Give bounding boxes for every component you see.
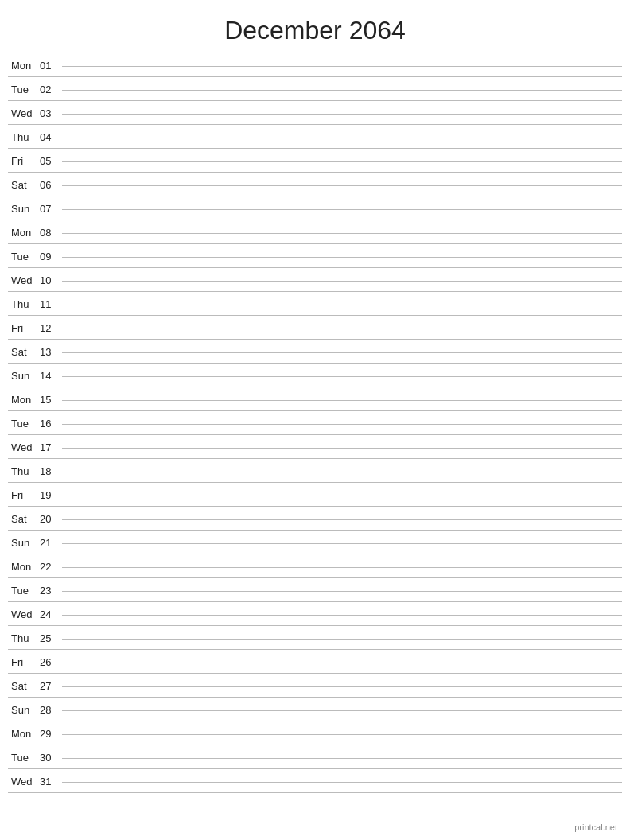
- footer-label: printcal.net: [574, 822, 617, 832]
- day-line: [62, 639, 622, 640]
- table-row: Sun14: [8, 364, 622, 387]
- day-line: [62, 496, 622, 496]
- day-number: 16: [40, 418, 62, 430]
- day-name: Thu: [8, 465, 40, 477]
- day-line: [62, 66, 622, 67]
- day-number: 04: [40, 131, 62, 143]
- day-line: [62, 543, 622, 544]
- day-number: 29: [40, 728, 62, 740]
- day-name: Sun: [8, 537, 40, 549]
- page-title: December 2064: [0, 0, 630, 53]
- table-row: Tue16: [8, 411, 622, 435]
- day-number: 10: [40, 274, 62, 286]
- day-name: Mon: [8, 394, 40, 406]
- table-row: Thu18: [8, 459, 622, 483]
- day-number: 13: [40, 346, 62, 358]
- day-line: [62, 519, 622, 520]
- day-name: Sat: [8, 680, 40, 692]
- day-name: Fri: [8, 656, 40, 668]
- day-name: Tue: [8, 585, 40, 597]
- day-name: Wed: [8, 107, 40, 119]
- day-number: 30: [40, 752, 62, 764]
- day-line: [62, 281, 622, 282]
- table-row: Sat13: [8, 340, 622, 364]
- table-row: Mon22: [8, 554, 622, 578]
- day-name: Tue: [8, 752, 40, 764]
- day-name: Mon: [8, 227, 40, 239]
- day-number: 02: [40, 84, 62, 95]
- day-name: Sat: [8, 179, 40, 191]
- table-row: Tue30: [8, 745, 622, 769]
- day-name: Mon: [8, 728, 40, 740]
- day-name: Sun: [8, 704, 40, 716]
- day-line: [62, 185, 622, 186]
- table-row: Fri12: [8, 316, 622, 340]
- day-line: [62, 663, 622, 663]
- day-line: [62, 686, 622, 687]
- table-row: Wed03: [8, 101, 622, 125]
- day-line: [62, 734, 622, 735]
- day-name: Thu: [8, 298, 40, 310]
- day-line: [62, 424, 622, 425]
- day-number: 09: [40, 251, 62, 262]
- day-number: 15: [40, 394, 62, 406]
- day-line: [62, 782, 622, 783]
- day-name: Fri: [8, 155, 40, 167]
- day-line: [62, 591, 622, 592]
- table-row: Mon15: [8, 387, 622, 411]
- day-name: Thu: [8, 131, 40, 143]
- day-number: 03: [40, 107, 62, 119]
- table-row: Sun28: [8, 698, 622, 721]
- day-line: [62, 90, 622, 91]
- day-line: [62, 329, 622, 329]
- table-row: Fri19: [8, 483, 622, 507]
- day-name: Wed: [8, 776, 40, 788]
- day-name: Fri: [8, 322, 40, 334]
- table-row: Mon29: [8, 721, 622, 745]
- table-row: Sun07: [8, 196, 622, 220]
- day-name: Wed: [8, 609, 40, 620]
- table-row: Fri05: [8, 149, 622, 173]
- day-number: 12: [40, 322, 62, 334]
- day-line: [62, 352, 622, 353]
- day-name: Tue: [8, 418, 40, 430]
- table-row: Sat27: [8, 674, 622, 698]
- day-number: 28: [40, 704, 62, 716]
- day-line: [62, 161, 622, 162]
- day-number: 01: [40, 60, 62, 72]
- day-line: [62, 758, 622, 759]
- day-line: [62, 376, 622, 377]
- table-row: Mon01: [8, 53, 622, 77]
- day-line: [62, 138, 622, 138]
- table-row: Thu04: [8, 125, 622, 149]
- table-row: Wed31: [8, 769, 622, 793]
- day-line: [62, 710, 622, 711]
- day-line: [62, 257, 622, 258]
- table-row: Wed24: [8, 602, 622, 626]
- day-name: Mon: [8, 60, 40, 72]
- day-number: 24: [40, 609, 62, 620]
- table-row: Thu11: [8, 292, 622, 316]
- table-row: Fri26: [8, 650, 622, 674]
- day-name: Wed: [8, 274, 40, 286]
- day-name: Mon: [8, 561, 40, 573]
- table-row: Tue23: [8, 578, 622, 602]
- day-name: Fri: [8, 489, 40, 501]
- day-number: 19: [40, 489, 62, 501]
- day-number: 22: [40, 561, 62, 573]
- day-number: 26: [40, 656, 62, 668]
- day-number: 08: [40, 227, 62, 239]
- day-line: [62, 305, 622, 305]
- day-number: 14: [40, 370, 62, 382]
- day-line: [62, 448, 622, 449]
- day-line: [62, 615, 622, 616]
- day-name: Tue: [8, 84, 40, 95]
- day-number: 05: [40, 155, 62, 167]
- day-name: Sun: [8, 370, 40, 382]
- table-row: Sat20: [8, 507, 622, 531]
- day-name: Thu: [8, 632, 40, 644]
- day-line: [62, 209, 622, 210]
- table-row: Thu25: [8, 626, 622, 650]
- table-row: Mon08: [8, 220, 622, 244]
- calendar-container: Mon01Tue02Wed03Thu04Fri05Sat06Sun07Mon08…: [0, 53, 630, 793]
